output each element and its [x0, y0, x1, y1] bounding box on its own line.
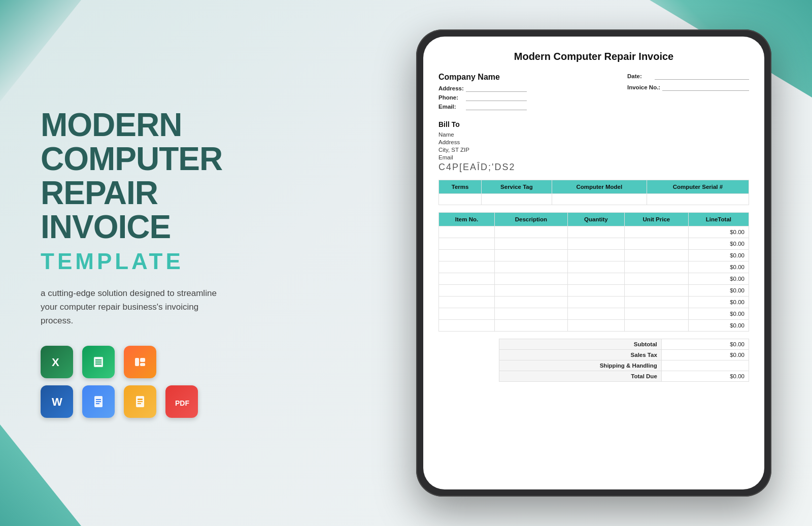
service-table: Terms Service Tag Computer Model Compute… [438, 180, 749, 205]
items-cell-3-2 [567, 261, 624, 273]
excel-icon[interactable]: X [41, 346, 73, 378]
items-cell-8-0 [439, 320, 495, 332]
items-cell-0-3 [625, 226, 689, 238]
th-item-no: Item No. [439, 213, 495, 226]
items-cell-1-3 [625, 238, 689, 250]
invoice-no-line [662, 84, 749, 91]
items-cell-5-3 [625, 285, 689, 297]
service-serial-cell [647, 194, 749, 205]
address-label: Address: [438, 85, 464, 91]
summary-value-2 [661, 360, 749, 371]
items-cell-3-4: $0.00 [688, 261, 749, 273]
summary-value-1: $0.00 [661, 350, 749, 360]
items-cell-4-2 [567, 273, 624, 285]
items-cell-4-1 [495, 273, 568, 285]
bill-city: City, ST ZIP [438, 147, 749, 153]
svg-text:PDF: PDF [175, 399, 189, 407]
phone-row: Phone: [438, 94, 527, 101]
items-cell-8-4: $0.00 [688, 320, 749, 332]
svg-rect-6 [140, 358, 145, 362]
service-table-section: Terms Service Tag Computer Model Compute… [438, 180, 749, 205]
phone-outer: Modern Computer Repair Invoice Company N… [416, 29, 771, 497]
invoice-title: Modern Computer Repair Invoice [438, 51, 749, 62]
items-cell-1-1 [495, 238, 568, 250]
date-label: Date: [627, 73, 653, 79]
items-row-4: $0.00 [439, 273, 749, 285]
summary-value-3: $0.00 [661, 371, 749, 382]
word-icon[interactable]: W [41, 385, 73, 418]
summary-label-0: Subtotal [499, 339, 661, 350]
items-cell-3-3 [625, 261, 689, 273]
items-cell-5-4: $0.00 [688, 285, 749, 297]
phone-label: Phone: [438, 94, 464, 101]
items-row-5: $0.00 [439, 285, 749, 297]
items-cell-0-2 [567, 226, 624, 238]
pages-icon[interactable] [124, 385, 156, 418]
phone-line [466, 94, 527, 101]
company-right: Date: Invoice No.: [627, 73, 749, 112]
svg-rect-16 [138, 403, 141, 404]
items-cell-8-3 [625, 320, 689, 332]
pdf-icon[interactable]: PDF [165, 385, 198, 418]
service-model-cell [552, 194, 647, 205]
items-cell-2-0 [439, 250, 495, 261]
items-cell-2-3 [625, 250, 689, 261]
items-cell-1-0 [439, 238, 495, 250]
invoice-content: Modern Computer Repair Invoice Company N… [423, 37, 764, 489]
th-quantity: Quantity [567, 213, 624, 226]
svg-rect-5 [135, 358, 139, 366]
items-cell-5-1 [495, 285, 568, 297]
summary-label-3: Total Due [499, 371, 661, 382]
items-cell-5-2 [567, 285, 624, 297]
date-row: Date: [627, 73, 749, 80]
bill-address: Address [438, 139, 749, 145]
numbers-icon[interactable] [124, 346, 156, 378]
company-left: Company Name Address: Phone: Email: [438, 73, 527, 112]
bill-email: Email [438, 154, 749, 160]
svg-rect-12 [96, 403, 99, 404]
items-cell-8-2 [567, 320, 624, 332]
items-cell-2-4: $0.00 [688, 250, 749, 261]
email-line [466, 103, 527, 110]
summary-label-2: Shipping & Handling [499, 360, 661, 371]
items-cell-6-2 [567, 297, 624, 308]
app-icons-container: X W [41, 346, 264, 418]
items-cell-6-3 [625, 297, 689, 308]
phone-inner: Modern Computer Repair Invoice Company N… [423, 37, 764, 489]
items-cell-1-2 [567, 238, 624, 250]
items-cell-8-1 [495, 320, 568, 332]
items-cell-7-3 [625, 308, 689, 320]
items-cell-2-2 [567, 250, 624, 261]
svg-rect-2 [95, 359, 101, 360]
items-cell-7-4: $0.00 [688, 308, 749, 320]
invoice-no-row: Invoice No.: [627, 84, 749, 91]
service-tag-cell [482, 194, 552, 205]
phone-mockup: Modern Computer Repair Invoice Company N… [416, 29, 771, 497]
svg-rect-14 [138, 399, 143, 400]
svg-rect-7 [140, 363, 145, 366]
sheets-icon[interactable] [82, 346, 115, 378]
bill-name: Name [438, 132, 749, 138]
app-icons-row-1: X [41, 346, 264, 378]
th-unit-price: Unit Price [625, 213, 689, 226]
address-line [466, 85, 527, 92]
items-cell-5-0 [439, 285, 495, 297]
company-section: Company Name Address: Phone: Email: [438, 73, 749, 112]
captcha-line: C4P[EAÎD;'DS2 [438, 162, 749, 173]
th-terms: Terms [439, 180, 482, 194]
svg-rect-11 [96, 401, 101, 402]
items-cell-0-4: $0.00 [688, 226, 749, 238]
summary-value-0: $0.00 [661, 339, 749, 350]
items-row-7: $0.00 [439, 308, 749, 320]
items-cell-0-0 [439, 226, 495, 238]
docs-icon[interactable] [82, 385, 115, 418]
items-cell-2-1 [495, 250, 568, 261]
summary-label-1: Sales Tax [499, 350, 661, 360]
items-table-section: Item No. Description Quantity Unit Price… [438, 212, 749, 332]
th-service-tag: Service Tag [482, 180, 552, 194]
service-terms-cell [439, 194, 482, 205]
svg-rect-10 [96, 399, 101, 400]
summary-table: Subtotal$0.00Sales Tax$0.00Shipping & Ha… [438, 339, 749, 382]
service-row [439, 194, 749, 205]
items-cell-1-4: $0.00 [688, 238, 749, 250]
